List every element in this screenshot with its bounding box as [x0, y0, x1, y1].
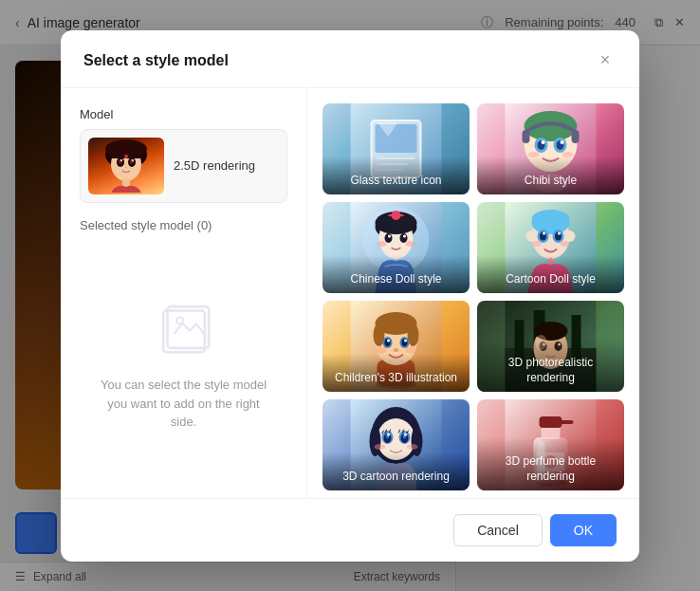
selected-style-label: Selected style model (0) [80, 218, 287, 232]
modal-title: Select a style model [83, 52, 229, 69]
svg-point-44 [403, 234, 406, 237]
model-thumbnail-inner [88, 138, 164, 194]
style-grid: Glass texture icon [322, 103, 624, 498]
model-section-label: Model [80, 107, 287, 121]
model-thumbnail-svg [88, 138, 164, 194]
svg-point-92 [370, 426, 381, 456]
selected-section: Selected style model (0) [80, 218, 287, 232]
style-card-children-3d[interactable]: Children's 3D illustration [322, 301, 470, 392]
svg-point-52 [564, 231, 576, 242]
svg-point-57 [543, 231, 545, 234]
svg-point-60 [561, 241, 570, 247]
empty-state: You can select the style model you want … [80, 248, 287, 479]
model-card[interactable]: 2.5D rendering [80, 129, 287, 203]
style-card-3d-cartoon[interactable]: 3D cartoon rendering [322, 399, 470, 490]
svg-rect-10 [122, 179, 130, 187]
svg-point-51 [526, 231, 538, 242]
svg-point-9 [124, 155, 128, 158]
svg-point-50 [532, 212, 570, 234]
style-card-cartoon-doll[interactable]: Cartoon Doll style [477, 202, 624, 293]
empty-state-text: You can select the style model you want … [99, 376, 268, 432]
modal-header: Select a style model × [61, 30, 639, 88]
svg-point-73 [404, 339, 407, 342]
svg-point-41 [385, 233, 393, 243]
svg-point-13 [176, 318, 183, 324]
style-card-chinese-doll[interactable]: Chinese Doll style [322, 202, 470, 293]
style-card-chibi[interactable]: Chibi style [477, 103, 624, 194]
modal-close-button[interactable]: × [594, 49, 617, 72]
modal: Select a style model × Model [61, 30, 639, 562]
svg-point-103 [407, 444, 418, 450]
svg-point-93 [412, 426, 423, 456]
svg-point-102 [375, 444, 386, 450]
svg-point-7 [120, 159, 122, 161]
modal-footer: Cancel OK [61, 498, 639, 562]
svg-point-8 [132, 159, 134, 161]
svg-point-30 [561, 140, 564, 144]
model-thumbnail [88, 138, 164, 194]
svg-point-75 [376, 346, 387, 354]
svg-point-42 [400, 233, 408, 243]
model-section: Model [80, 107, 287, 203]
3d-cartoon-label: 3D cartoon rendering [322, 452, 470, 490]
svg-point-59 [532, 241, 542, 247]
style-card-perfume[interactable]: 3D perfume bottle rendering [477, 399, 624, 490]
svg-rect-108 [559, 420, 574, 424]
svg-point-45 [378, 241, 387, 247]
empty-state-icon [151, 294, 217, 360]
svg-rect-11 [163, 311, 205, 353]
svg-point-43 [388, 234, 391, 237]
svg-point-100 [387, 433, 390, 435]
svg-point-72 [387, 339, 390, 342]
glass-texture-label: Glass texture icon [322, 157, 470, 194]
chinese-doll-label: Chinese Doll style [322, 255, 470, 293]
children-3d-label: Children's 3D illustration [322, 354, 470, 392]
svg-rect-16 [376, 124, 417, 153]
modal-overlay: Select a style model × Model [0, 0, 700, 591]
chibi-label: Chibi style [477, 157, 624, 194]
perfume-label: 3D perfume bottle rendering [477, 437, 624, 489]
svg-point-29 [542, 140, 545, 144]
svg-point-46 [406, 241, 415, 247]
model-name-label: 2.5D rendering [174, 158, 255, 173]
right-panel[interactable]: Glass texture icon [307, 88, 639, 498]
cartoon-doll-label: Cartoon Doll style [477, 255, 624, 293]
svg-rect-12 [167, 306, 209, 348]
left-panel: Model [61, 88, 307, 498]
svg-point-74 [394, 348, 399, 352]
style-card-photorealistic[interactable]: 3D photorealistic rendering [477, 301, 624, 392]
photorealistic-label: 3D photorealistic rendering [477, 339, 624, 391]
svg-point-58 [558, 231, 561, 234]
svg-point-76 [406, 346, 417, 354]
style-card-glass-texture[interactable]: Glass texture icon [322, 103, 470, 194]
ok-button[interactable]: OK [550, 514, 617, 546]
cancel-button[interactable]: Cancel [453, 514, 543, 546]
modal-body: Model [61, 88, 639, 498]
